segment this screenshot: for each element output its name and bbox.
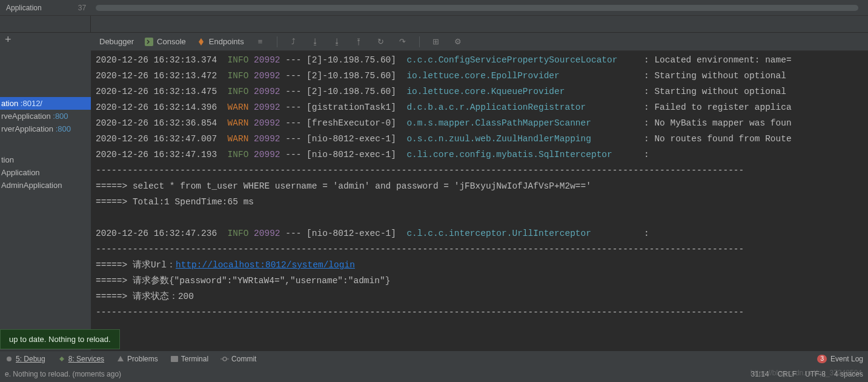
bug-icon xyxy=(5,355,13,363)
terminal-icon xyxy=(170,355,179,363)
run-config-port: :800 xyxy=(53,112,68,121)
warning-icon xyxy=(116,355,125,363)
grid-icon[interactable]: ⊞ xyxy=(431,36,442,47)
toolbar-row xyxy=(0,16,868,33)
settings-icon[interactable]: ⚙ xyxy=(452,36,463,47)
reload-icon[interactable]: ↻ xyxy=(376,36,386,47)
commit-tool-button[interactable]: Commit xyxy=(220,355,256,363)
status-bar: e. Nothing to reload. (moments ago) 31:1… xyxy=(0,366,868,382)
run-config-item[interactable]: Application xyxy=(0,166,91,179)
svg-rect-2 xyxy=(171,356,178,362)
run-config-port: :8012/ xyxy=(21,99,42,108)
export-icon[interactable]: ⤴ xyxy=(288,36,299,47)
console-tab[interactable]: Console xyxy=(145,37,186,46)
problems-tool-button[interactable]: Problems xyxy=(116,355,158,363)
step-icon[interactable]: ↷ xyxy=(397,36,408,47)
main-area: + ation :8012/ rveApplication :800 rverA… xyxy=(0,33,868,350)
run-config-item[interactable]: AdminApplication xyxy=(0,179,91,192)
endpoints-icon xyxy=(197,38,205,46)
console-icon xyxy=(145,38,153,46)
add-icon[interactable]: + xyxy=(0,33,91,47)
notification-badge: 3 xyxy=(817,355,827,363)
terminal-tool-button[interactable]: Terminal xyxy=(170,355,208,363)
console-panel: Debugger Console Endpoints ≡ ⤴ ⭳ ⭳ ⭱ ↻ ↷… xyxy=(91,33,868,350)
run-config-name: ation xyxy=(1,99,18,108)
run-config-item[interactable]: rverApplication :800 xyxy=(0,122,91,135)
reload-toast: up to date. Nothing to reload. xyxy=(0,329,120,349)
event-log-button[interactable]: 3 Event Log xyxy=(817,355,863,363)
console-output[interactable]: 2020-12-26 16:32:13.374 INFO 20992 --- [… xyxy=(91,51,868,350)
run-config-port: :800 xyxy=(56,124,71,133)
run-config-item[interactable]: tion xyxy=(0,153,91,166)
line-number: 37 xyxy=(78,4,86,12)
commit-icon xyxy=(220,355,229,363)
download-icon[interactable]: ⭳ xyxy=(310,36,321,47)
download-icon[interactable]: ⭳ xyxy=(332,36,343,47)
services-sidebar: + ation :8012/ rveApplication :800 rverA… xyxy=(0,33,91,350)
debug-toolbar: Debugger Console Endpoints ≡ ⤴ ⭳ ⭳ ⭱ ↻ ↷… xyxy=(91,33,868,51)
debugger-tab[interactable]: Debugger xyxy=(99,37,134,46)
run-config-item[interactable]: ation :8012/ xyxy=(0,97,91,110)
svg-point-3 xyxy=(223,357,227,361)
horizontal-scrollbar[interactable] xyxy=(96,5,858,11)
run-config-name: rverApplication xyxy=(1,124,53,133)
status-message: e. Nothing to reload. (moments ago) xyxy=(5,370,121,378)
tool-window-bar: 5: Debug 8: Services Problems Terminal C… xyxy=(0,350,868,366)
services-tool-button[interactable]: 8: Services xyxy=(58,355,104,363)
menu-icon[interactable]: ≡ xyxy=(255,36,266,47)
editor-tab[interactable]: Application xyxy=(0,2,48,14)
services-icon xyxy=(58,355,66,363)
run-config-name: rveApplication xyxy=(1,112,51,121)
editor-tab-bar: Application 37 xyxy=(0,0,868,16)
debug-tool-button[interactable]: 5: Debug xyxy=(5,355,45,363)
upload-icon[interactable]: ⭱ xyxy=(354,36,365,47)
svg-point-1 xyxy=(7,357,12,361)
endpoints-tab[interactable]: Endpoints xyxy=(197,37,244,46)
watermark: https://blog.csdn.net/qq_37248504 xyxy=(750,369,862,377)
run-config-item[interactable]: rveApplication :800 xyxy=(0,110,91,122)
